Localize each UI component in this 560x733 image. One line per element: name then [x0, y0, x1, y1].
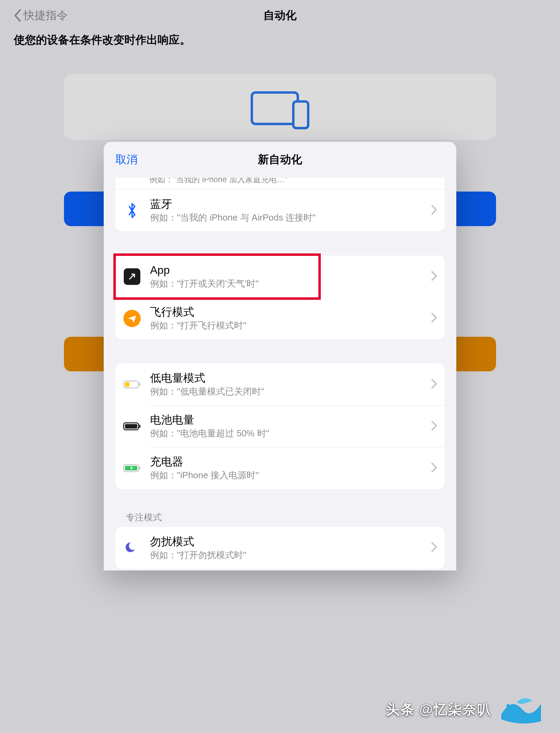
moon-icon	[123, 541, 141, 555]
watermark-text: 头条 @忆柒奈叭	[386, 700, 492, 719]
section-connection: 例如："当我的 iPhone 加入家庭充电…" 蓝牙 例如："当我的 iPhon…	[115, 178, 445, 231]
sheet-header: 取消 新自动化	[104, 142, 456, 178]
row-subtitle: 例如："iPhone 接入电源时"	[150, 469, 422, 481]
chevron-right-icon	[431, 379, 437, 390]
chevron-right-icon	[431, 205, 437, 216]
row-title: 充电器	[150, 455, 422, 468]
svg-rect-5	[125, 424, 137, 428]
back-button[interactable]: 快捷指令	[14, 8, 68, 23]
row-airplane-mode[interactable]: 飞行模式 例如："打开飞行模式时"	[115, 297, 445, 339]
svg-point-9	[506, 704, 510, 707]
bluetooth-icon	[123, 202, 141, 219]
page-title: 自动化	[263, 8, 297, 23]
chevron-left-icon	[14, 9, 21, 22]
row-battery-level[interactable]: 电池电量 例如："电池电量超过 50% 时"	[115, 405, 445, 447]
devices-icon	[251, 91, 309, 129]
sheet-title: 新自动化	[258, 152, 302, 167]
new-automation-sheet: 取消 新自动化 例如："当我的 iPhone 加入家庭充电…" 蓝牙 例如："当…	[104, 142, 456, 570]
watermark: 头条 @忆柒奈叭	[386, 694, 543, 725]
chevron-right-icon	[431, 271, 437, 282]
back-label: 快捷指令	[24, 8, 68, 23]
app-icon	[123, 268, 141, 285]
row-subtitle: 例如："打开勿扰模式时"	[150, 549, 422, 561]
section-focus: 勿扰模式 例如："打开勿扰模式时"	[115, 527, 445, 569]
page-subtitle: 使您的设备在条件改变时作出响应。	[0, 31, 560, 57]
row-title: 电池电量	[150, 413, 422, 427]
row-title: 勿扰模式	[150, 535, 422, 548]
chevron-right-icon	[431, 421, 437, 432]
row-do-not-disturb[interactable]: 勿扰模式 例如："打开勿扰模式时"	[115, 527, 445, 569]
row-title: 低电量模式	[150, 371, 422, 385]
row-subtitle: 例如："打开或关闭'天气'时"	[150, 278, 422, 290]
row-subtitle: 例如："低电量模式已关闭时"	[150, 386, 422, 398]
watermark-logo-icon	[498, 694, 543, 725]
svg-rect-7	[139, 466, 140, 470]
svg-rect-4	[139, 425, 140, 428]
section-battery: 低电量模式 例如："低电量模式已关闭时" 电池电量 例如："电池电量超过 50%…	[115, 363, 445, 489]
cancel-button[interactable]: 取消	[115, 152, 138, 167]
svg-rect-2	[125, 382, 130, 387]
row-title: App	[150, 263, 422, 277]
airplane-icon	[123, 310, 141, 327]
row-bluetooth[interactable]: 蓝牙 例如："当我的 iPhone 与 AirPods 连接时"	[115, 189, 445, 231]
row-subtitle: 例如："打开飞行模式时"	[150, 319, 422, 332]
svg-rect-1	[139, 383, 140, 386]
chevron-right-icon	[431, 313, 437, 324]
low-power-icon	[123, 379, 141, 390]
row-app[interactable]: App 例如："打开或关闭'天气'时"	[115, 256, 445, 297]
charger-icon	[123, 463, 141, 473]
section-app-modes: App 例如："打开或关闭'天气'时" 飞行模式 例如："打开飞行模式时"	[115, 256, 445, 339]
sheet-scroll[interactable]: 例如："当我的 iPhone 加入家庭充电…" 蓝牙 例如："当我的 iPhon…	[104, 178, 456, 570]
row-title: 蓝牙	[150, 197, 422, 211]
truncated-row[interactable]: 例如："当我的 iPhone 加入家庭充电…"	[115, 178, 445, 189]
row-title: 飞行模式	[150, 305, 422, 319]
row-subtitle: 例如："当我的 iPhone 与 AirPods 连接时"	[150, 212, 422, 224]
section-label-focus: 专注模式	[115, 511, 445, 523]
nav-bar: 快捷指令 自动化	[0, 0, 560, 31]
row-subtitle: 例如："电池电量超过 50% 时"	[150, 427, 422, 439]
row-low-power[interactable]: 低电量模式 例如："低电量模式已关闭时"	[115, 363, 445, 405]
row-charger[interactable]: 充电器 例如："iPhone 接入电源时"	[115, 447, 445, 489]
hero-card	[64, 74, 496, 140]
battery-level-icon	[123, 421, 141, 432]
chevron-right-icon	[431, 542, 437, 553]
chevron-right-icon	[431, 463, 437, 474]
